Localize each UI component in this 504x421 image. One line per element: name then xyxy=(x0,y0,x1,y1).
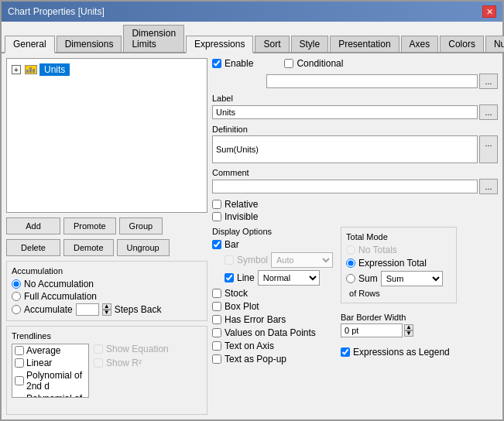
trendline-average-check[interactable] xyxy=(15,346,24,355)
definition-input[interactable] xyxy=(212,135,478,163)
tab-style[interactable]: Style xyxy=(291,36,329,52)
tab-presentation[interactable]: Presentation xyxy=(330,36,399,52)
label-input-row: ... xyxy=(212,104,498,120)
promote-button[interactable]: Promote xyxy=(63,217,116,234)
relative-invisible-group: Relative Invisible xyxy=(212,199,498,222)
symbol-row: Symbol Auto xyxy=(225,252,333,268)
title-bar: Chart Properties [Units] ✕ xyxy=(2,2,502,22)
trendlines-group: Trendlines Average Linear Po xyxy=(6,326,207,415)
conditional-label: Conditional xyxy=(297,58,343,69)
symbol-check[interactable] xyxy=(225,255,234,265)
line-select[interactable]: Normal xyxy=(258,270,320,286)
comment-input[interactable] xyxy=(212,180,478,193)
window-title: Chart Properties [Units] xyxy=(8,6,105,17)
label-input[interactable] xyxy=(212,105,478,119)
close-button[interactable]: ✕ xyxy=(482,5,496,18)
enable-row: Enable xyxy=(212,58,253,69)
main-content: + Units Add Promote Group Delete Demote … xyxy=(2,53,502,419)
total-bar-section: Total Mode No Totals Expression Total Su… xyxy=(341,227,457,367)
tab-number[interactable]: Number xyxy=(485,36,504,52)
line-row: Line Normal xyxy=(225,270,333,286)
tab-dimensions[interactable]: Dimensions xyxy=(57,36,122,52)
enable-check[interactable] xyxy=(212,59,221,68)
text-on-axis-label: Text on Axis xyxy=(225,341,274,351)
expression-total-label: Expression Total xyxy=(358,258,427,269)
definition-section: Definition ... xyxy=(212,125,498,163)
accumulation-label: Accumulation xyxy=(12,266,202,276)
demote-button[interactable]: Demote xyxy=(63,239,114,256)
tab-general[interactable]: General xyxy=(5,36,55,53)
values-on-data-points-check[interactable] xyxy=(212,328,221,337)
show-r2-check[interactable] xyxy=(94,358,103,368)
delete-button[interactable]: Delete xyxy=(6,239,60,256)
tab-sort[interactable]: Sort xyxy=(255,36,289,52)
trendline-poly3-label: Polynomial of 3rd d xyxy=(26,393,86,398)
trendline-linear-check[interactable] xyxy=(15,358,24,368)
accumulate-radio[interactable] xyxy=(12,305,21,314)
label-dots-button[interactable]: ... xyxy=(479,104,498,120)
sum-radio[interactable] xyxy=(346,274,355,283)
symbol-label: Symbol xyxy=(237,255,268,265)
sum-radio-label: Sum xyxy=(358,273,378,284)
trendline-average-label: Average xyxy=(26,345,60,356)
buttons-row-2: Delete Demote Ungroup xyxy=(6,239,207,256)
tab-colors[interactable]: Colors xyxy=(440,36,484,52)
show-equation-label: Show Equation xyxy=(106,344,169,354)
of-rows-label: of Rows xyxy=(349,289,451,298)
bar-border-spinner: ▲ ▼ xyxy=(404,324,413,337)
bar-border-section: Bar Border Width ▲ ▼ xyxy=(341,313,457,337)
bar-check[interactable] xyxy=(212,240,221,249)
full-accumulation-radio[interactable] xyxy=(12,292,21,301)
text-on-axis-row: Text on Axis xyxy=(212,341,333,351)
expand-tree-icon[interactable]: + xyxy=(12,65,21,74)
ungroup-button[interactable]: Ungroup xyxy=(117,239,170,256)
text-as-popup-check[interactable] xyxy=(212,354,221,364)
tab-axes[interactable]: Axes xyxy=(401,36,439,52)
has-error-bars-check[interactable] xyxy=(212,315,221,324)
no-accumulation-row: No Accumulation xyxy=(12,279,202,289)
text-on-axis-check[interactable] xyxy=(212,341,221,351)
trendline-linear-label: Linear xyxy=(26,358,52,368)
line-check[interactable] xyxy=(225,273,234,282)
trendlines-label: Trendlines xyxy=(12,331,202,341)
symbol-select[interactable]: Auto xyxy=(271,252,333,268)
bar-border-label: Bar Border Width xyxy=(341,313,457,322)
expressions-as-legend-check[interactable] xyxy=(341,347,350,357)
right-panel: Enable Conditional ... Label .. xyxy=(212,58,498,415)
bar-border-down[interactable]: ▼ xyxy=(404,330,413,337)
steps-down[interactable]: ▼ xyxy=(102,310,111,316)
no-accumulation-radio[interactable] xyxy=(12,279,21,289)
invisible-check[interactable] xyxy=(212,212,221,221)
conditional-input[interactable] xyxy=(266,74,478,88)
sum-select[interactable]: Sum xyxy=(381,271,443,286)
enable-label: Enable xyxy=(225,58,253,69)
text-as-popup-label: Text as Pop-up xyxy=(225,354,286,365)
bar-border-input[interactable] xyxy=(341,323,403,337)
tab-dimension-limits[interactable]: Dimension Limits xyxy=(123,25,184,52)
conditional-check[interactable] xyxy=(284,59,293,68)
trendline-linear: Linear xyxy=(12,357,88,369)
bar-label: Bar xyxy=(225,239,239,250)
steps-spinner: ▲ ▼ xyxy=(102,303,111,316)
group-button[interactable]: Group xyxy=(119,217,163,234)
has-error-bars-row: Has Error Bars xyxy=(212,314,333,325)
tab-expressions[interactable]: Expressions xyxy=(186,36,253,53)
has-error-bars-label: Has Error Bars xyxy=(225,314,286,325)
trendline-poly2-check[interactable] xyxy=(15,376,24,385)
bar-row: Bar xyxy=(212,239,333,250)
no-totals-radio[interactable] xyxy=(346,245,355,255)
conditional-dots-button[interactable]: ... xyxy=(479,74,498,89)
definition-dots-button[interactable]: ... xyxy=(479,135,498,163)
tree-item-units[interactable]: Units xyxy=(39,63,70,76)
comment-dots-button[interactable]: ... xyxy=(479,179,498,194)
expression-total-radio[interactable] xyxy=(346,258,355,268)
box-plot-check[interactable] xyxy=(212,302,221,311)
main-window: Chart Properties [Units] ✕ General Dimen… xyxy=(0,0,504,421)
show-equation-check[interactable] xyxy=(94,344,103,354)
no-totals-row: No Totals xyxy=(346,245,451,255)
steps-input[interactable]: 10 xyxy=(76,303,99,316)
add-button[interactable]: Add xyxy=(6,217,60,234)
stock-check[interactable] xyxy=(212,289,221,298)
relative-check[interactable] xyxy=(212,200,221,209)
label-section: Label ... xyxy=(212,94,498,120)
